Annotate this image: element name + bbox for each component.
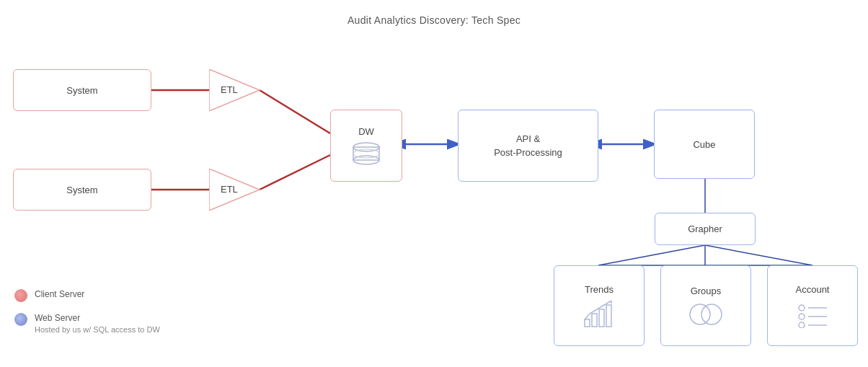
account-label: Account [796, 284, 830, 295]
system1-label: System [66, 85, 97, 96]
grapher-box: Grapher [655, 213, 756, 245]
svg-point-28 [799, 305, 805, 311]
cube-label: Cube [693, 139, 715, 150]
dw-box: DW [330, 110, 402, 182]
legend-client-dot [14, 289, 27, 302]
system1-box: System [13, 69, 151, 111]
account-icon [797, 301, 828, 328]
etl1-shape: ETL [209, 69, 267, 111]
svg-point-32 [799, 322, 805, 328]
svg-line-9 [705, 245, 812, 265]
api-label: API & Post-Processing [494, 132, 562, 160]
svg-point-27 [701, 304, 722, 324]
svg-text:ETL: ETL [221, 84, 238, 95]
svg-rect-25 [606, 305, 611, 327]
etl2-shape: ETL [209, 169, 267, 211]
svg-line-7 [598, 245, 705, 265]
trends-icon [583, 301, 615, 328]
dw-label: DW [358, 126, 374, 137]
svg-rect-24 [599, 309, 604, 327]
legend: Client Server Web Server Hosted by us w/… [14, 288, 160, 345]
legend-web-subtext: Hosted by us w/ SQL access to DW [35, 324, 160, 335]
system2-box: System [13, 169, 151, 211]
svg-point-30 [799, 314, 805, 319]
groups-icon [687, 302, 725, 327]
api-box: API & Post-Processing [458, 110, 598, 182]
legend-client: Client Server [14, 288, 160, 302]
groups-label: Groups [691, 286, 722, 296]
grapher-label: Grapher [688, 224, 722, 234]
system2-label: System [66, 185, 97, 195]
account-box: Account [767, 265, 858, 346]
cube-box: Cube [654, 110, 755, 179]
svg-point-21 [353, 149, 379, 158]
svg-text:ETL: ETL [221, 184, 238, 195]
trends-box: Trends [554, 265, 645, 346]
legend-web-text: Web Server [35, 312, 160, 324]
diagram-container: Audit Analytics Discovery: Tech Spec [0, 0, 868, 367]
legend-web: Web Server Hosted by us w/ SQL access to… [14, 312, 160, 335]
legend-client-text: Client Server [35, 288, 84, 301]
svg-line-3 [260, 155, 330, 190]
db-icon [350, 141, 382, 166]
svg-line-2 [260, 90, 330, 133]
svg-rect-23 [592, 314, 597, 327]
svg-rect-22 [585, 319, 590, 327]
svg-point-26 [690, 304, 710, 324]
groups-box: Groups [660, 265, 751, 346]
trends-label: Trends [585, 284, 614, 295]
legend-web-dot [14, 313, 27, 326]
